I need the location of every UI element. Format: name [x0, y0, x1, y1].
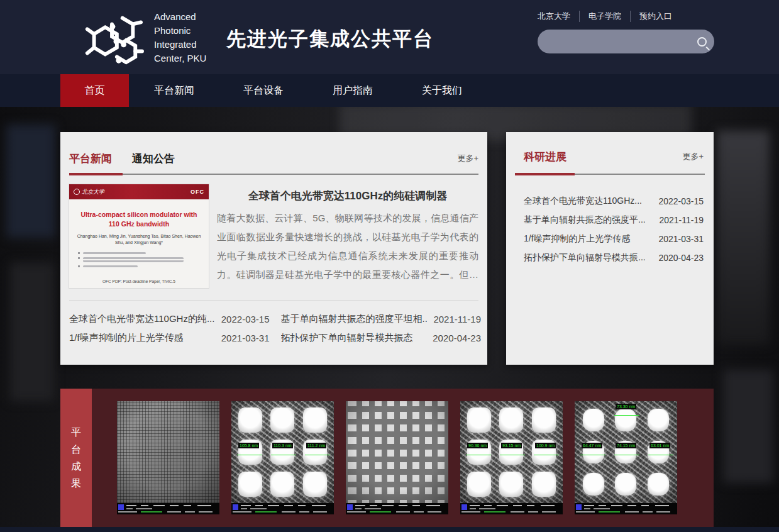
research-list-item[interactable]: 1/f噪声抑制的片上光学传感 2021-03-31	[524, 230, 704, 248]
featured-article-excerpt: 随着大数据、云计算、5G、物联网等技术的发展，信息通信产业面临数据业务量快速增长…	[217, 209, 478, 284]
measurement-label: 63.01 nm	[649, 443, 670, 448]
label-char: 台	[71, 445, 81, 455]
slide-footer-note: OFC PDP: Post-deadline Paper, Th4C.5	[69, 279, 209, 284]
research-panel: 科研进展 更多+ 全球首个电光带宽达110GHz... 2022-03-15 基…	[506, 132, 714, 365]
research-item-date: 2021-11-19	[659, 215, 704, 225]
measurement-label: 90.36 nm	[467, 443, 488, 448]
news-list: 全球首个电光带宽达110GHz的纯... 2022-03-15 基于单向辐射共振…	[69, 309, 481, 347]
site-title: 先进光子集成公共平台	[226, 26, 434, 52]
logo-line: Advanced	[154, 10, 206, 24]
link-booking[interactable]: 预约入口	[631, 11, 681, 22]
sem-gallery: 105.8 nm 110.3 nm 111.2 nm	[117, 401, 677, 514]
achievements-label: 平 台 成 果	[60, 389, 92, 527]
news-item-date: 2021-11-19	[433, 314, 481, 324]
list-divider	[69, 300, 478, 301]
lab-equipment-shape	[723, 370, 773, 483]
research-item-title: 拓扑保护下单向辐射导模共振...	[524, 252, 653, 263]
pku-logo-small: 北京大学	[74, 188, 104, 196]
research-title-indicator	[515, 173, 575, 175]
logo-line: Photonic	[154, 24, 206, 38]
sem-info-bar	[460, 503, 563, 514]
nav-item-news[interactable]: 平台新闻	[130, 74, 219, 107]
news-list-item[interactable]: 1/f噪声抑制的片上光学传感 2021-03-31	[69, 328, 270, 347]
news-list-item[interactable]: 全球首个电光带宽达110GHz的纯... 2022-03-15	[69, 309, 270, 328]
featured-article-image[interactable]: 北京大学 OFC Ultra-compact silicon modulator…	[69, 184, 209, 288]
research-item-title: 全球首个电光带宽达110GHz...	[524, 196, 653, 207]
research-item-title: 1/f噪声抑制的片上光学传感	[524, 233, 653, 245]
lab-equipment-shape	[10, 263, 54, 401]
research-item-date: 2022-03-15	[658, 196, 704, 206]
nav-item-about[interactable]: 关于我们	[397, 74, 487, 107]
sem-info-bar	[575, 503, 677, 514]
page: Advanced Photonic Integrated Center, PKU…	[0, 0, 779, 532]
sem-image-2[interactable]: 105.8 nm 110.3 nm 111.2 nm	[231, 401, 334, 514]
slide-title: Ultra-compact silicon modulator with 110…	[69, 210, 209, 228]
link-pku[interactable]: 北京大学	[538, 11, 580, 22]
pillar-array	[234, 404, 331, 501]
footer-strip	[0, 527, 779, 532]
search-icon	[697, 37, 707, 47]
search-button[interactable]	[689, 30, 714, 53]
research-list-item[interactable]: 基于单向辐射共振态的强度平... 2021-11-19	[524, 211, 704, 230]
tabs-underline	[69, 174, 478, 175]
news-item-title: 基于单向辐射共振态的强度平坦相...	[281, 313, 428, 325]
research-list-item[interactable]: 全球首个电光带宽达110GHz... 2022-03-15	[524, 192, 704, 211]
label-char: 平	[71, 428, 81, 438]
tab-platform-news[interactable]: 平台新闻	[69, 152, 112, 166]
label-char: 成	[71, 462, 81, 472]
pillar-array	[577, 404, 675, 501]
measurement-label: 64.47 nm	[582, 443, 602, 448]
logo-line: Integrated	[154, 38, 206, 52]
header: Advanced Photonic Integrated Center, PKU…	[0, 0, 779, 74]
news-list-item[interactable]: 拓扑保护下单向辐射导模共振态 2020-04-23	[281, 328, 482, 347]
lab-equipment-shape	[6, 125, 55, 238]
news-item-title: 拓扑保护下单向辐射导模共振态	[281, 332, 427, 344]
sem-pattern	[346, 401, 448, 503]
nav-item-guide[interactable]: 用户指南	[308, 74, 397, 107]
slide-banner: 北京大学 OFC	[69, 184, 209, 199]
featured-article-title[interactable]: 全球首个电光带宽达110GHz的纯硅调制器	[217, 189, 478, 203]
research-underline	[515, 174, 705, 175]
research-panel-title: 科研进展	[524, 150, 566, 164]
research-item-date: 2020-04-23	[658, 253, 704, 263]
achievements-strip: 平 台 成 果 105.8 nm 110.3 nm 111.2	[60, 389, 714, 527]
news-tabs: 平台新闻 通知公告 更多+	[69, 147, 478, 170]
main-nav: 首页 平台新闻 平台设备 用户指南 关于我们	[0, 74, 779, 107]
news-more-link[interactable]: 更多+	[457, 153, 478, 164]
top-links: 北京大学 电子学院 预约入口	[538, 11, 681, 22]
active-tab-indicator	[69, 173, 123, 175]
pku-seal-icon	[74, 189, 80, 195]
sem-image-1[interactable]	[117, 401, 219, 514]
sem-image-5[interactable]: 73.30 nm 64.47 nm 74.15 nm 63.01 nm	[575, 401, 677, 514]
measurement-label: 105.8 nm	[238, 443, 259, 448]
pillar-array	[463, 404, 560, 501]
measurement-label: 73.30 nm	[616, 404, 636, 409]
news-list-item[interactable]: 基于单向辐射共振态的强度平坦相... 2021-11-19	[281, 309, 482, 328]
pku-logo-text: 北京大学	[82, 188, 104, 196]
tab-notices[interactable]: 通知公告	[132, 152, 175, 166]
sem-image-3[interactable]	[346, 401, 448, 514]
measurement-label: 74.15 nm	[616, 443, 636, 448]
measurement-label: 110.3 nm	[272, 443, 293, 448]
sem-info-bar	[346, 503, 448, 514]
sem-info-bar	[117, 503, 219, 514]
nav-item-home[interactable]: 首页	[60, 74, 129, 107]
news-item-date: 2020-04-23	[433, 333, 481, 343]
sem-image-4[interactable]: 90.36 nm 93.15 nm 100.9 nm	[460, 401, 563, 514]
search-box	[538, 30, 714, 53]
research-list-item[interactable]: 拓扑保护下单向辐射导模共振... 2020-04-23	[524, 248, 704, 267]
measurement-label: 100.9 nm	[535, 443, 556, 448]
research-more-link[interactable]: 更多+	[682, 151, 704, 162]
research-item-title: 基于单向辐射共振态的强度平...	[524, 214, 654, 226]
apic-molecule-logo[interactable]	[80, 6, 145, 68]
link-school[interactable]: 电子学院	[580, 11, 631, 22]
logo-line: Center, PKU	[154, 52, 206, 65]
nav-item-equipment[interactable]: 平台设备	[219, 74, 308, 107]
news-panel: 平台新闻 通知公告 更多+ 北京大学 OFC Ultra-compact sil…	[60, 132, 487, 365]
measurement-label: 111.2 nm	[306, 443, 326, 448]
sem-pattern	[117, 401, 219, 503]
news-item-title: 全球首个电光带宽达110GHz的纯...	[69, 313, 215, 325]
search-input[interactable]	[538, 30, 689, 53]
ofc-badge: OFC	[191, 189, 204, 195]
news-item-date: 2022-03-15	[221, 314, 270, 324]
